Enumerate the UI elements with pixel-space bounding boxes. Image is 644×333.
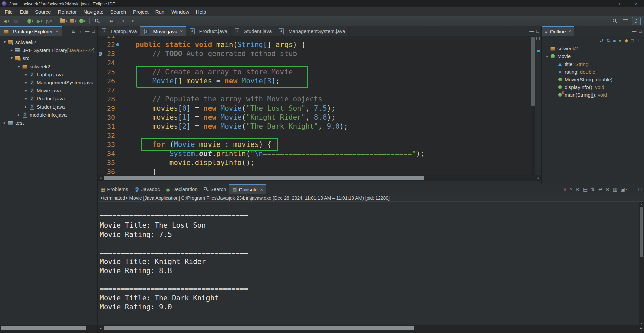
console-tab-problems[interactable]: ▦Problems	[98, 184, 131, 194]
tree-item-laptop-java[interactable]: ▸JLaptop.java	[0, 70, 97, 78]
hide-static-icon[interactable]: ●	[619, 38, 621, 43]
outline-item-displayinfo[interactable]: displayInfo() : void	[542, 83, 644, 91]
menu-help[interactable]: Help	[193, 8, 210, 16]
scroll-left-arrow-icon[interactable]: ◂	[98, 175, 103, 181]
scroll-up-arrow-icon[interactable]: ▴	[639, 202, 644, 206]
close-tab-icon[interactable]: ×	[260, 187, 263, 192]
editor-vscrollbar[interactable]	[531, 36, 535, 175]
menu-project[interactable]: Project	[129, 8, 152, 16]
maximize-view-icon[interactable]: □	[92, 29, 95, 34]
outline-tab[interactable]: ≡ Outline ×	[542, 26, 574, 36]
scrollbar-thumb[interactable]	[531, 37, 535, 106]
expander-closed-icon[interactable]: ▸	[16, 112, 22, 117]
close-view-icon[interactable]: ×	[568, 29, 571, 34]
menu-edit[interactable]: Edit	[16, 8, 32, 16]
close-window-button[interactable]: ×	[629, 0, 644, 7]
hide-non-public-icon[interactable]: ◆	[624, 38, 628, 43]
editor-tab-student-java[interactable]: JStudent.java	[231, 26, 275, 36]
editor-console-sash[interactable]	[98, 181, 541, 184]
save-button[interactable]	[11, 17, 20, 25]
remove-all-launches-icon[interactable]: ⊗	[576, 186, 580, 192]
menu-navigate[interactable]: Navigate	[80, 8, 107, 16]
scrollbar-track[interactable]	[103, 325, 638, 331]
maximize-view-icon[interactable]: □	[639, 186, 641, 192]
scrollbar-thumb[interactable]	[640, 207, 643, 257]
expander-closed-icon[interactable]: ▸	[23, 80, 29, 85]
editor-tab-laptop-java[interactable]: JLaptop.java	[98, 26, 140, 36]
console-output-area[interactable]: ===================================Movie…	[98, 202, 644, 325]
scroll-right-arrow-icon[interactable]: ▸	[536, 175, 541, 181]
outline-item-movie[interactable]: ▾Movie	[542, 52, 644, 60]
outline-item-sclweek2[interactable]: sclweek2	[542, 45, 644, 52]
editor-hscrollbar[interactable]: ◂ ▸	[98, 175, 541, 181]
new-wizard-button[interactable]: ⊞▾	[2, 17, 11, 25]
tree-item-managementsystem-java[interactable]: ▸JManagementSystem.java	[0, 78, 97, 86]
scrollbar-thumb[interactable]	[1, 326, 86, 330]
console-tab-javadoc[interactable]: @Javadoc	[131, 184, 163, 194]
package-explorer-tab[interactable]: Package Explorer ×	[0, 26, 62, 36]
menu-window[interactable]: Window	[168, 8, 192, 16]
debug-button[interactable]: ▾	[26, 17, 35, 25]
java-perspective-button[interactable]: J	[632, 17, 641, 25]
run-button[interactable]: ▶▾	[35, 17, 44, 25]
link-with-editor-icon[interactable]: ⇄	[600, 38, 604, 43]
tree-item-student-java[interactable]: ▸JStudent.java	[0, 102, 97, 111]
expander-open-icon[interactable]: ▾	[544, 54, 550, 59]
minimize-view-icon[interactable]: —	[85, 29, 89, 34]
back-button[interactable]: ←▾	[116, 17, 125, 25]
expander-closed-icon[interactable]: ▸	[23, 72, 29, 77]
forward-button[interactable]: →▾	[126, 17, 135, 25]
outline-item-title[interactable]: title : String	[542, 60, 644, 68]
scroll-lock-icon[interactable]: ⇅	[591, 186, 595, 192]
overview-ruler[interactable]	[535, 36, 541, 175]
console-hscrollbar[interactable]: ◂ ▸	[98, 325, 644, 331]
menu-source[interactable]: Source	[32, 8, 54, 16]
remove-launch-icon[interactable]: ×	[570, 186, 572, 192]
new-java-project-button[interactable]: ▾	[59, 17, 68, 25]
expander-open-icon[interactable]: ▾	[9, 56, 14, 60]
minimize-view-icon[interactable]: —	[632, 29, 636, 34]
view-menu-icon[interactable]: ⋮	[637, 38, 641, 43]
menu-search[interactable]: Search	[107, 8, 129, 16]
editor-tab-product-java[interactable]: JProduct.java	[186, 26, 230, 36]
editor-code-area[interactable]: 2122 public static void main(String[] ar…	[98, 36, 541, 175]
close-tab-icon[interactable]: ×	[180, 29, 183, 34]
sort-icon[interactable]: ⇅	[607, 38, 610, 43]
scrollbar-thumb[interactable]	[104, 326, 414, 330]
maximize-view-icon[interactable]: □	[639, 29, 642, 34]
expander-open-icon[interactable]: ▾	[16, 64, 22, 69]
editor-tab-movie-java[interactable]: JMovie.java×	[140, 26, 186, 36]
maximize-window-button[interactable]: □	[613, 0, 629, 7]
expander-closed-icon[interactable]: ▸	[23, 104, 29, 109]
display-selected-console-icon[interactable]: ▥	[613, 186, 617, 192]
clear-console-icon[interactable]: ▤	[583, 186, 588, 192]
outline-item-rating[interactable]: rating : double	[542, 68, 644, 76]
tree-item-movie-java[interactable]: ▸JMovie.java	[0, 86, 97, 94]
close-view-icon[interactable]: ×	[55, 29, 58, 34]
hide-fields-icon[interactable]: ■	[613, 38, 616, 43]
scrollbar-track[interactable]	[0, 325, 97, 331]
tree-item-product-java[interactable]: ▸JProduct.java	[0, 94, 97, 102]
console-tab-search[interactable]: Search	[201, 184, 229, 194]
outline-item-movie-string-double[interactable]: Movie(String, double)	[542, 76, 644, 83]
menu-file[interactable]: File	[1, 8, 16, 16]
view-menu-icon[interactable]: ⋮	[78, 29, 82, 34]
tree-item-jre-system-library[interactable]: ▸JRE System Library [JavaSE-22]	[0, 46, 97, 54]
external-tools-button[interactable]: ▷▾	[45, 17, 53, 25]
menu-run[interactable]: Run	[152, 8, 168, 16]
expander-closed-icon[interactable]: ▸	[23, 88, 29, 93]
scrollbar-thumb[interactable]	[104, 176, 424, 180]
tree-item-sclweek2[interactable]: ▾sclweek2	[0, 62, 97, 70]
package-explorer-hscrollbar[interactable]	[0, 325, 97, 331]
scroll-down-arrow-icon[interactable]: ▾	[639, 321, 644, 325]
scroll-left-arrow-icon[interactable]: ◂	[98, 325, 103, 331]
expander-open-icon[interactable]: ▾	[2, 40, 7, 44]
tree-item-src[interactable]: ▾src	[0, 54, 97, 62]
open-console-icon[interactable]: ▣▾	[621, 186, 627, 192]
menu-refactor[interactable]: Refactor	[54, 8, 80, 16]
search-button[interactable]	[610, 17, 619, 25]
maximize-view-icon[interactable]: □	[536, 29, 539, 34]
open-search-button[interactable]	[92, 17, 101, 25]
task-overview-marker[interactable]	[537, 50, 540, 52]
console-tab-declaration[interactable]: ◉Declaration	[163, 184, 201, 194]
